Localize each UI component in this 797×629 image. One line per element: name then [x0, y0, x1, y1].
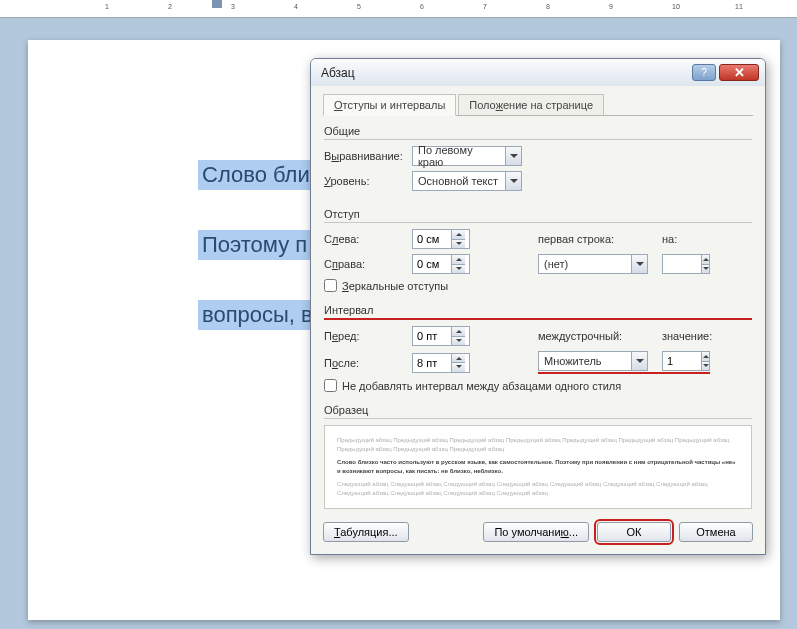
ruler-mark: 6	[420, 3, 424, 10]
alignment-label: Выравнивание:	[324, 150, 412, 162]
chevron-down-icon[interactable]	[505, 172, 521, 190]
line-spacing-combo[interactable]: Множитель	[538, 351, 648, 371]
ruler-mark: 9	[609, 3, 613, 10]
spin-down-icon[interactable]	[702, 362, 709, 371]
group-spacing: Интервал Перед: междустрочный: значение:…	[323, 301, 753, 393]
group-title: Образец	[324, 402, 752, 419]
paragraph-dialog: Абзац ? ✕ Отступы и интервалы Положение …	[310, 58, 766, 555]
indent-left-label: Слева:	[324, 233, 412, 245]
preview-current-text: Слово близко часто используют в русском …	[337, 458, 739, 476]
spin-up-icon[interactable]	[452, 327, 465, 337]
selected-text[interactable]: Слово бли	[198, 160, 314, 190]
group-title: Отступ	[324, 206, 752, 223]
selected-text[interactable]: вопросы, в	[198, 300, 317, 330]
spin-up-icon[interactable]	[702, 352, 709, 362]
preview-box: Предыдущий абзац Предыдущий абзац Предыд…	[324, 425, 752, 509]
spin-down-icon[interactable]	[452, 265, 465, 274]
indent-right-spinner[interactable]	[412, 254, 470, 274]
tabs-button[interactable]: Табуляция...	[323, 522, 409, 542]
chevron-down-icon[interactable]	[631, 255, 647, 273]
group-general: Общие Выравнивание: По левому краю Урове…	[323, 122, 753, 197]
chevron-down-icon[interactable]	[505, 147, 521, 165]
line-spacing-at-label: значение:	[662, 330, 718, 342]
alignment-combo[interactable]: По левому краю	[412, 146, 522, 166]
ruler-mark: 7	[483, 3, 487, 10]
cancel-button[interactable]: Отмена	[679, 522, 753, 542]
spin-up-icon[interactable]	[452, 255, 465, 265]
ruler-mark: 11	[735, 3, 743, 10]
tab-page-position[interactable]: Положение на странице	[458, 94, 604, 115]
close-button[interactable]: ✕	[719, 64, 759, 81]
tab-indents-spacing[interactable]: Отступы и интервалы	[323, 94, 456, 116]
by-label: на:	[662, 233, 692, 245]
indent-marker[interactable]	[212, 0, 222, 8]
dialog-button-row: Табуляция... По умолчанию... ОК Отмена	[323, 522, 753, 542]
ruler-mark: 1	[105, 3, 109, 10]
indent-right-label: Справа:	[324, 258, 412, 270]
spin-up-icon[interactable]	[452, 230, 465, 240]
spin-down-icon[interactable]	[702, 265, 709, 274]
preview-prev-text: Предыдущий абзац Предыдущий абзац Предыд…	[337, 436, 739, 454]
ok-button[interactable]: ОК	[597, 522, 671, 542]
spin-up-icon[interactable]	[702, 255, 709, 265]
outline-level-combo[interactable]: Основной текст	[412, 171, 522, 191]
horizontal-ruler[interactable]: 1 2 3 4 5 6 7 8 9 10 11	[0, 0, 797, 18]
selected-text[interactable]: Поэтому п	[198, 230, 311, 260]
dialog-title: Абзац	[321, 66, 692, 80]
spin-down-icon[interactable]	[452, 337, 465, 346]
line-spacing-label: междустрочный:	[538, 330, 636, 342]
line-spacing-at-spinner[interactable]	[662, 351, 710, 371]
group-title: Общие	[324, 123, 752, 140]
ruler-mark: 5	[357, 3, 361, 10]
group-preview: Образец Предыдущий абзац Предыдущий абза…	[323, 401, 753, 510]
first-line-label: первая строка:	[538, 233, 636, 245]
spacing-after-spinner[interactable]	[412, 353, 470, 373]
first-line-by-spinner[interactable]	[662, 254, 710, 274]
dialog-tabs: Отступы и интервалы Положение на страниц…	[323, 94, 753, 116]
spin-up-icon[interactable]	[452, 354, 465, 364]
ruler-mark: 8	[546, 3, 550, 10]
preview-next-text: Следующий абзац Следующий абзац Следующи…	[337, 480, 739, 498]
spacing-before-spinner[interactable]	[412, 326, 470, 346]
group-title: Интервал	[324, 302, 752, 320]
no-space-same-style-checkbox[interactable]: Не добавлять интервал между абзацами одн…	[324, 379, 752, 392]
outline-level-label: Уровень:	[324, 175, 412, 187]
mirror-indents-checkbox[interactable]: Зеркальные отступы	[324, 279, 752, 292]
ruler-mark: 2	[168, 3, 172, 10]
chevron-down-icon[interactable]	[631, 352, 647, 370]
help-button[interactable]: ?	[692, 64, 716, 81]
spacing-after-label: После:	[324, 357, 412, 369]
group-indent: Отступ Слева: первая строка: на: Справа:…	[323, 205, 753, 293]
spin-down-icon[interactable]	[452, 363, 465, 372]
spacing-before-label: Перед:	[324, 330, 412, 342]
ruler-mark: 4	[294, 3, 298, 10]
ruler-mark: 10	[672, 3, 680, 10]
indent-left-spinner[interactable]	[412, 229, 470, 249]
ruler-mark: 3	[231, 3, 235, 10]
dialog-titlebar[interactable]: Абзац ? ✕	[311, 59, 765, 86]
spin-down-icon[interactable]	[452, 240, 465, 249]
first-line-combo[interactable]: (нет)	[538, 254, 648, 274]
set-default-button[interactable]: По умолчанию...	[483, 522, 589, 542]
